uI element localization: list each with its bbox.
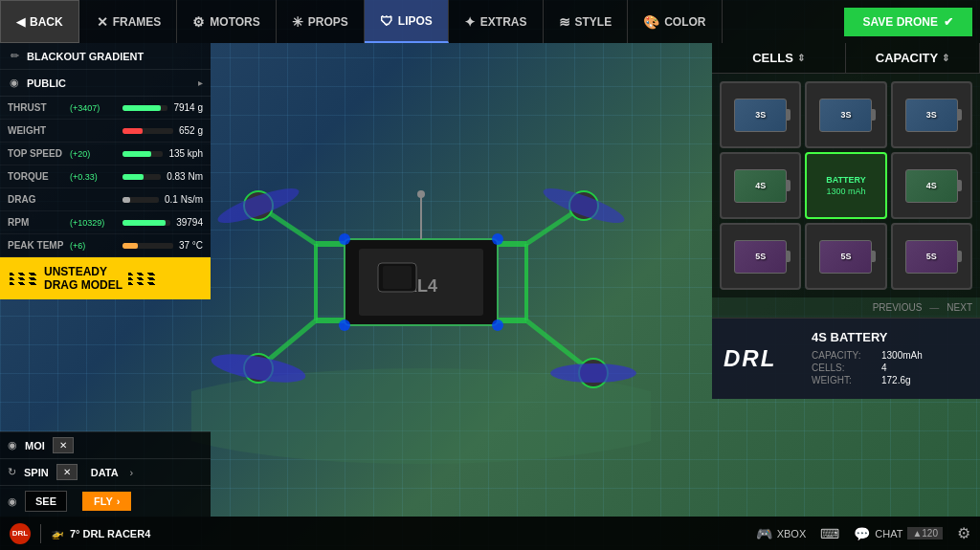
torque-delta: (+0.33) [70,172,113,182]
spin-label: SPIN [24,467,49,478]
motors-icon: ⚙ [192,14,205,30]
warning-stripe-1 [10,273,38,275]
battery-5s-2-label: 5S [840,252,851,261]
topspeed-delta: (+20) [70,149,113,159]
battery-5s-2[interactable]: 5S [805,223,886,290]
battery-4s-2[interactable]: 4S [891,152,972,219]
capacity-sort-icon: ⇕ [942,53,949,63]
prev-page-button[interactable]: PREVIOUS [873,302,923,313]
battery-3s-2-label: 3S [840,110,851,120]
battery-5s-1-visual: 5S [734,240,787,274]
battery-3s-3[interactable]: 3S [891,81,972,148]
battery-4s-selected[interactable]: BATTERY 1300 mAh [805,152,886,219]
warning-stripe-2 [10,277,38,280]
settings-gear-icon[interactable]: ⚙ [957,524,970,542]
warning-stripes [10,273,38,285]
battery-5s-1-label: 5S [755,252,766,261]
torque-bar-bg [122,174,161,180]
back-label: BACK [30,15,63,29]
battery-selected-name: BATTERY [826,175,866,185]
eye-icon: ◉ [8,77,21,89]
weight-bar-fill [122,128,143,134]
battery-5s-2-visual: 5S [819,240,872,274]
xbox-button[interactable]: 🎮 XBOX [756,526,807,541]
drag-value: 0.1 Ns/m [165,194,203,205]
svg-point-13 [214,182,301,230]
topspeed-value: 135 kph [168,148,203,159]
stat-weight: WEIGHT 652 g [0,120,211,143]
capacity-label: CAPACITY [876,51,938,65]
cells-sort-button[interactable]: CELLS ⇕ [712,43,846,73]
battery-3s-1[interactable]: 3S [720,81,801,148]
drone-icon: 🚁 [51,527,64,539]
battery-grid: 3S 3S 3S 4S BATTERY 1300 mAh [712,74,980,297]
back-button[interactable]: ◀ BACK [0,0,79,43]
cells-sort-icon: ⇕ [797,53,805,63]
chat-label: CHAT [875,528,902,539]
tab-motors[interactable]: ⚙ MOTORS [177,0,276,43]
battery-3s-1-visual: 3S [734,99,787,132]
battery-5s-3-visual: 5S [905,240,958,274]
blackout-gradient-row[interactable]: ✏ BLACKOUT GRADIENT [0,43,211,70]
tab-style[interactable]: ≋ STYLE [544,0,629,43]
bottom-divider-1 [40,524,41,543]
drone-illustration: RL4 [191,91,651,473]
capacity-val: 1300mAh [881,350,923,361]
battery-3s-2[interactable]: 3S [805,81,886,148]
see-button[interactable]: SEE [25,491,67,512]
capacity-sort-button[interactable]: CAPACITY ⇕ [846,43,980,73]
tab-frames[interactable]: ✕ FRAMES [81,0,178,43]
battery-info-card: DRL 4S BATTERY CAPACITY: 1300mAh CELLS: … [712,318,980,399]
spec-cells-row: CELLS: 4 [812,363,969,373]
battery-panel: CELLS ⇕ CAPACITY ⇕ 3S 3S 3S 4S [712,43,980,399]
battery-4s-1[interactable]: 4S [720,152,801,219]
public-label: PUBLIC [27,77,198,89]
eye2-icon: ◉ [8,495,17,508]
battery-4s-2-visual: 4S [905,169,958,203]
stat-thrust: THRUST (+3407) 7914 g [0,97,211,120]
battery-4s-1-visual: 4S [734,169,787,203]
drl-logo-text: DRL [724,345,776,371]
tab-color-label: COLOR [664,15,705,29]
weight-val: 172.6g [881,375,911,385]
tab-lipos[interactable]: 🛡 LIPOS [365,0,449,43]
battery-3s-3-label: 3S [926,110,937,120]
tab-extras[interactable]: ✦ EXTRAS [449,0,544,43]
svg-point-24 [339,233,350,245]
top-navigation: ◀ BACK ✕ FRAMES ⚙ MOTORS ✳ PROPS 🛡 LIPOS… [0,0,980,43]
circle-icon: ◉ [8,439,17,451]
blackout-gradient-label: BLACKOUT GRADIENT [27,51,203,62]
next-page-button[interactable]: NEXT [947,302,972,313]
svg-point-14 [540,182,627,230]
drone-name-display: 🚁 7° DRL RACER4 [51,527,150,539]
topspeed-bar-fill [122,151,151,157]
chat-count: ▲120 [907,527,943,539]
tab-props[interactable]: ✳ PROPS [277,0,365,43]
battery-specs-title: 4S BATTERY [812,330,969,344]
stat-rpm: RPM (+10329) 39794 [0,211,211,234]
keyboard-button[interactable]: ⌨ [820,526,839,541]
drl-logo-icon: DRL [10,523,31,544]
battery-pagination: PREVIOUS — NEXT [712,297,980,318]
fly-button[interactable]: FLY › [82,492,131,511]
public-row[interactable]: ◉ PUBLIC ▸ [0,70,211,97]
battery-5s-1[interactable]: 5S [720,223,801,290]
tab-color[interactable]: 🎨 COLOR [628,0,722,43]
chat-button[interactable]: 💬 CHAT ▲120 [854,526,943,541]
battery-selected-content: BATTERY 1300 mAh [826,175,866,196]
save-drone-button[interactable]: SAVE DRONE ✔ [844,8,972,36]
rpm-label: RPM [8,217,70,228]
peaktemp-delta: (+6) [70,241,113,251]
moi-x-button[interactable]: ✕ [53,437,74,453]
drl-logo-small: DRL [10,523,31,544]
spin-icon: ↻ [8,466,16,478]
spin-x-button[interactable]: ✕ [56,464,78,480]
battery-header: CELLS ⇕ CAPACITY ⇕ [712,43,980,74]
thrust-label: THRUST [8,102,70,113]
drag-bar-fill [122,197,130,203]
battery-5s-3[interactable]: 5S [891,223,972,290]
battery-3s-3-visual: 3S [905,99,958,132]
svg-point-25 [492,233,503,245]
stat-peaktemp: PEAK TEMP (+6) 37 °C [0,234,211,257]
keyboard-icon: ⌨ [820,526,839,541]
